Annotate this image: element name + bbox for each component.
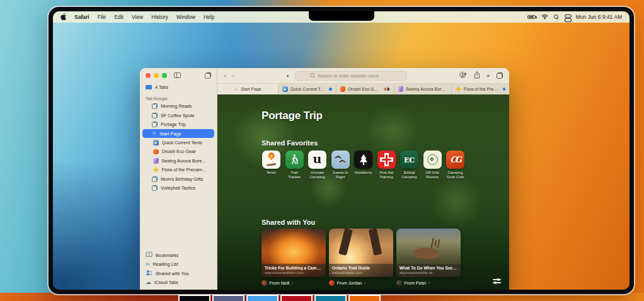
spotlight-search-icon[interactable] [554,14,559,20]
tab-overview-icon[interactable] [497,72,503,79]
star-icon: ☆ [234,87,238,92]
favorite-label: Huckberry [355,171,372,175]
sidebar-item-seeing-aurora[interactable]: Seeing Aurora Bore… [140,156,217,166]
browser-toolbar: ‹ › ◐ [217,68,509,84]
shared-from-peter[interactable]: From Peter › [396,280,461,286]
close-window-button[interactable] [146,73,151,78]
tab-label: Flora of the Precambi… [464,87,500,91]
sidebar-page-label: Flora of the Precam… [162,167,207,173]
collaborate-icon[interactable] [459,70,468,81]
sliders-icon [493,279,501,280]
forward-button[interactable]: › [231,72,234,79]
battery-icon[interactable] [527,15,536,20]
thumbnail-strip [178,295,381,301]
favorite-geese-in-flight[interactable]: Geese In Flight [330,150,351,179]
window-controls: + [140,68,217,82]
shared-viewers-avatars [383,87,390,91]
menu-item-history[interactable]: History [151,14,168,20]
sidebar-item-volleyball-tactics[interactable]: Volleyball Tactics [140,184,217,193]
apple-menu-icon[interactable] [60,13,66,21]
purple-square-favicon [398,86,404,92]
wifi-icon[interactable] [541,14,548,21]
address-bar[interactable] [295,71,407,81]
tab-label: Oroshi Eco Gear [348,87,380,91]
shared-card-ontario-trail[interactable]: Ontario Trail Guide trailsofontario.com … [329,229,393,286]
sidebar-item-sf-coffee-spots[interactable]: SF Coffee Spots [140,111,217,120]
favorite-trail-tracker[interactable]: Trail Tracker [284,150,305,179]
tab-quick-current-tents[interactable]: Quick Current Tents [279,84,336,94]
sidebar-item-tabs-count[interactable]: 4 Tabs [140,82,217,92]
back-button[interactable]: ‹ [224,72,226,79]
zoom-window-button[interactable] [162,73,167,78]
menu-bar-clock[interactable]: Mon Jun 6 9:41 AM [576,14,622,20]
unread-dot [329,88,332,91]
thumbnail-swatch[interactable] [178,295,210,301]
shared-card-campfire[interactable]: Tricks For Building a Campfire—F… wayout… [262,229,326,286]
tab-group-icon [152,122,158,127]
privacy-shield-icon[interactable]: ◐ [286,73,289,79]
minimize-window-button[interactable] [154,73,159,78]
toggle-sidebar-icon[interactable] [174,72,181,78]
search-input[interactable] [318,73,392,79]
menu-item-help[interactable]: Help [204,14,214,20]
favorite-off-grid-review[interactable]: Off Grid Review [422,150,443,179]
sidebar-item-portage-trip[interactable]: Portage Trip [140,120,217,130]
new-tab-icon[interactable]: + [486,72,490,79]
shared-favorites-row: Tentrr Trail Tracker u Uncrate Camping [261,150,466,179]
tab-start-page[interactable]: ☆ Start Page [217,84,279,94]
menu-item-window[interactable]: Window [176,14,195,20]
sidebar-item-flora-precambrian[interactable]: Flora of the Precam… [140,166,217,175]
sidebar-item-shared-with-you[interactable]: Shared with You [140,269,217,278]
sidebar-item-oroshi-eco-gear[interactable]: Oroshi Eco Gear [140,147,217,157]
flying-geese-icon [331,150,350,169]
share-icon[interactable] [474,70,480,81]
menu-item-edit[interactable]: Edit [114,14,124,20]
flower-favicon [456,86,461,92]
sidebar-item-quick-current-tents[interactable]: Quick Current Tents [140,138,217,147]
shared-from-neill[interactable]: From Neill › [262,280,326,286]
thumbnail-swatch[interactable] [212,295,244,301]
favorite-uncrate-camping[interactable]: u Uncrate Camping [307,150,328,179]
sidebar-item-morning-reads[interactable]: Morning Reads [140,102,217,111]
shared-card-moose[interactable]: What To Do When You See a Moo… algonquin… [396,229,461,286]
menu-item-file[interactable]: File [98,14,106,20]
tab-oroshi-eco-gear[interactable]: Oroshi Eco Gear [336,84,394,94]
from-label: From Jordan [337,281,362,285]
sidebar-page-label: Quick Current Tents [162,140,202,145]
sidebar-item-bookmarks[interactable]: Bookmarks [140,251,217,260]
sidebar-item-start-page[interactable]: ☆ Start Page [142,129,214,138]
avatar [329,280,335,286]
tab-flora-precambrian[interactable]: Flora of the Precambi… [452,84,509,94]
favorite-label: Ethical Camping [399,171,420,179]
favorite-first-aid-training[interactable]: First Aid Training [376,150,397,179]
tab-groups-section-label: Tab Groups [146,96,211,101]
card-title: Tricks For Building a Campfire—F… [265,266,323,270]
sidebar-page-label: Start Page [159,131,181,137]
sidebar-item-reading-list[interactable]: ∞ Reading List [140,260,217,270]
favorite-label: Tentrr [267,171,276,175]
chevron-right-icon: › [428,280,430,286]
tab-seeing-aurora-borealis[interactable]: Seeing Aurora Boreali… [394,84,452,94]
sidebar-item-moms-birthday-gifts[interactable]: Mom's Birthday Gifts [140,174,217,184]
thumbnail-swatch[interactable] [314,295,347,301]
from-label: From Neill [270,281,290,285]
favorite-label: Off Grid Review [422,171,443,179]
menu-item-safari[interactable]: Safari [74,14,89,20]
sidebar-item-icloud-tabs[interactable]: ☁ iCloud Tabs [140,278,217,288]
shared-from-jordan[interactable]: From Jordan › [329,280,393,286]
menu-item-view[interactable]: View [132,14,143,20]
sidebar-page-label: Oroshi Eco Gear [162,149,196,154]
thumbnail-swatch[interactable] [280,295,313,301]
thumbnail-swatch[interactable] [348,295,381,301]
tab-group-icon [152,185,158,191]
thumbnail-swatch[interactable] [246,295,279,301]
customize-start-page-button[interactable] [493,277,501,285]
favorite-huckberry[interactable]: Huckberry [353,150,374,179]
shared-with-you-row: Tricks For Building a Campfire—F… wayout… [262,229,461,286]
new-tab-group-icon[interactable]: + [205,72,211,79]
favorite-camping-grub-club[interactable]: CG Camping Grub Club [445,150,466,179]
favorite-ethical-camping[interactable]: EC Ethical Camping [399,150,420,179]
favorite-tentrr[interactable]: Tentrr [261,150,282,179]
page-title: Portage Trip [262,110,323,122]
control-center-icon[interactable] [565,14,570,20]
